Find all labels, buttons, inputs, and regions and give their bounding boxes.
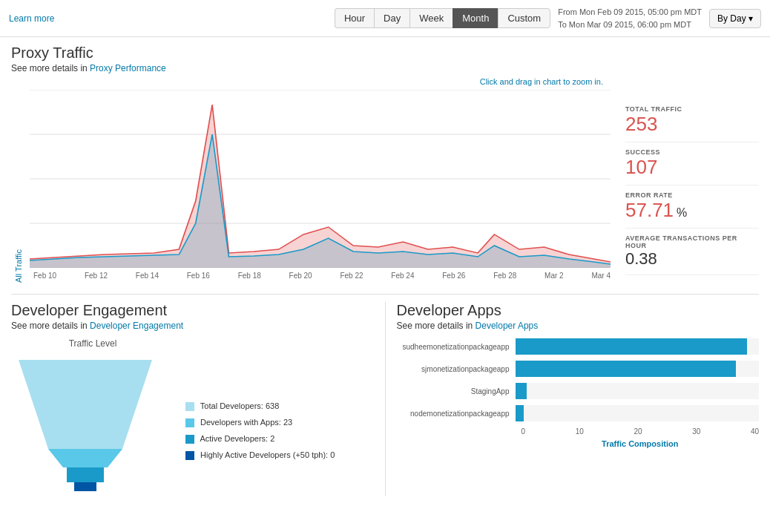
bar-fill-1 xyxy=(516,361,736,377)
error-rate-stat: ERROR RATE 57.71 % xyxy=(625,185,759,229)
bar-x-axis: 0 10 20 30 40 xyxy=(521,427,760,436)
svg-rect-14 xyxy=(74,482,96,491)
svg-marker-12 xyxy=(48,449,122,467)
dev-engagement-link[interactable]: Developer Engagement xyxy=(90,321,183,331)
success-value: 107 xyxy=(625,156,759,179)
dev-apps-link[interactable]: Developer Apps xyxy=(476,321,539,331)
stats-panel: TOTAL TRAFFIC 253 SUCCESS 107 ERROR RATE… xyxy=(611,77,759,283)
main-content: Proxy Traffic See more details in Proxy … xyxy=(0,37,770,503)
bar-track-3 xyxy=(516,405,760,421)
legend-label-3: Highly Active Developers (+50 tph): 0 xyxy=(200,450,335,459)
bar-fill-2 xyxy=(516,383,527,399)
bar-fill-3 xyxy=(516,405,524,421)
x-label-0: Feb 10 xyxy=(33,272,56,280)
bar-fill-0 xyxy=(516,338,748,355)
x-label-10: Mar 2 xyxy=(544,272,564,280)
legend-dot-1 xyxy=(185,418,194,427)
x-label-7: Feb 24 xyxy=(391,272,414,280)
bar-row-2: StagingApp xyxy=(397,383,760,399)
bar-row-1: sjmonetizationpackageapp xyxy=(397,361,760,377)
bar-label-1: sjmonetizationpackageapp xyxy=(397,365,516,373)
date-range: From Mon Feb 09 2015, 05:00 pm MDT To Mo… xyxy=(558,6,702,30)
traffic-level-title: Traffic Level xyxy=(11,338,174,349)
funnel-svg-area: Traffic Level xyxy=(11,338,174,496)
total-traffic-stat: TOTAL TRAFFIC 253 xyxy=(625,99,759,142)
x-axis-labels: Feb 10 Feb 12 Feb 14 Feb 16 Feb 18 Feb 2… xyxy=(30,272,611,280)
proxy-performance-link[interactable]: Proxy Performance xyxy=(90,63,166,73)
x-label-3: Feb 16 xyxy=(187,272,210,280)
bar-track-2 xyxy=(516,383,760,399)
learn-more-link[interactable]: Learn more xyxy=(9,13,54,24)
date-range-line2: To Mon Mar 09 2015, 06:00 pm MDT xyxy=(558,19,702,31)
bar-chart-area: sudheemonetizationpackageapp sjmonetizat… xyxy=(397,338,760,448)
proxy-traffic-title: Proxy Traffic xyxy=(11,45,759,62)
month-button[interactable]: Month xyxy=(453,8,498,28)
x-tick-30: 30 xyxy=(692,427,700,436)
y-axis-label: All Traffic xyxy=(11,90,26,283)
x-label-6: Feb 22 xyxy=(340,272,363,280)
funnel-container: Traffic Level Total xyxy=(11,338,374,496)
by-day-button[interactable]: By Day ▾ xyxy=(709,9,761,28)
x-label-5: Feb 20 xyxy=(289,272,312,280)
bar-x-title: Traffic Composition xyxy=(521,439,760,448)
funnel-chart-svg xyxy=(11,352,159,493)
x-tick-10: 10 xyxy=(576,427,584,436)
dev-apps-title: Developer Apps xyxy=(397,302,760,319)
svg-marker-10 xyxy=(30,105,611,268)
hour-button[interactable]: Hour xyxy=(335,8,374,28)
x-label-4: Feb 18 xyxy=(238,272,261,280)
proxy-traffic-subtitle: See more details in Proxy Performance xyxy=(11,63,759,73)
bar-label-0: sudheemonetizationpackageapp xyxy=(397,343,516,351)
x-label-1: Feb 12 xyxy=(85,272,108,280)
funnel-legend: Total Developers: 638 Developers with Ap… xyxy=(174,338,335,496)
week-button[interactable]: Week xyxy=(409,8,453,28)
x-label-8: Feb 26 xyxy=(442,272,465,280)
zoom-hint: Click and drag in chart to zoom in. xyxy=(11,77,611,86)
bar-label-3: nodemonetizationpackageapp xyxy=(397,410,516,418)
avg-tph-label: AVERAGE TRANSACTIONS PER HOUR xyxy=(625,234,759,249)
dev-apps-subtitle: See more details in Developer Apps xyxy=(397,321,760,331)
x-tick-20: 20 xyxy=(634,427,642,436)
error-rate-label: ERROR RATE xyxy=(625,191,759,199)
bar-track-0 xyxy=(516,338,760,355)
total-traffic-label: TOTAL TRAFFIC xyxy=(625,105,759,113)
dev-engagement-subtitle: See more details in Developer Engagement xyxy=(11,321,374,331)
date-range-line1: From Mon Feb 09 2015, 05:00 pm MDT xyxy=(558,6,702,19)
developer-apps-section: Developer Apps See more details in Devel… xyxy=(386,302,760,496)
legend-dot-2 xyxy=(185,435,194,444)
total-traffic-value: 253 xyxy=(625,113,759,136)
x-tick-0: 0 xyxy=(521,427,526,436)
svg-rect-13 xyxy=(67,467,104,482)
success-stat: SUCCESS 107 xyxy=(625,142,759,185)
day-button[interactable]: Day xyxy=(374,8,409,28)
legend-item-0: Total Developers: 638 xyxy=(185,398,335,414)
legend-dot-0 xyxy=(185,402,194,411)
subtitle-prefix: See more details in xyxy=(11,63,90,73)
legend-item-1: Developers with Apps: 23 xyxy=(185,414,335,430)
proxy-traffic-area: Click and drag in chart to zoom in. All … xyxy=(11,77,759,283)
x-label-9: Feb 28 xyxy=(493,272,516,280)
legend-item-2: Active Developers: 2 xyxy=(185,430,335,447)
x-label-2: Feb 14 xyxy=(136,272,159,280)
legend-item-3: Highly Active Developers (+50 tph): 0 xyxy=(185,447,335,463)
chart-area: All Traffic 75 50 25 xyxy=(11,90,611,283)
legend-label-1: Developers with Apps: 23 xyxy=(200,418,292,427)
avg-tph-value: 0.38 xyxy=(625,249,759,269)
traffic-chart-svg[interactable]: 75 50 25 0 xyxy=(30,90,611,268)
developer-engagement-section: Developer Engagement See more details in… xyxy=(11,302,386,496)
legend-label-0: Total Developers: 638 xyxy=(200,401,279,410)
bar-row-3: nodemonetizationpackageapp xyxy=(397,405,760,421)
avg-tph-stat: AVERAGE TRANSACTIONS PER HOUR 0.38 xyxy=(625,229,759,275)
error-rate-value: 57.71 xyxy=(625,199,674,222)
proxy-traffic-section: Proxy Traffic See more details in Proxy … xyxy=(11,45,759,283)
chart-svg-wrapper: 75 50 25 0 xyxy=(30,90,611,283)
dev-engagement-title: Developer Engagement xyxy=(11,302,374,319)
custom-button[interactable]: Custom xyxy=(498,8,550,28)
bar-row-0: sudheemonetizationpackageapp xyxy=(397,338,760,355)
legend-label-2: Active Developers: 2 xyxy=(200,434,274,443)
x-label-11: Mar 4 xyxy=(591,272,611,280)
time-button-group: Hour Day Week Month Custom xyxy=(335,8,550,28)
legend-dot-3 xyxy=(185,451,194,460)
bottom-sections: Developer Engagement See more details in… xyxy=(11,294,759,496)
bar-track-1 xyxy=(516,361,760,377)
